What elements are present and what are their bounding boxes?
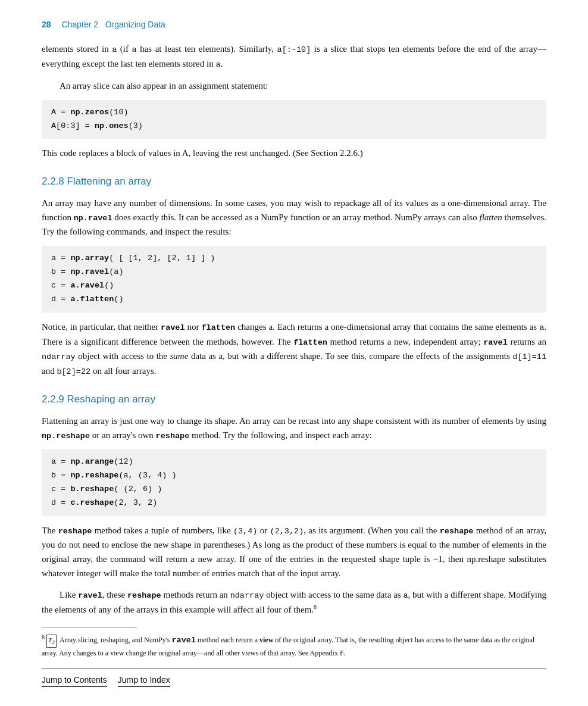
code-line: a = np.arange(12) (51, 455, 537, 469)
after-code1: This code replaces a block of values in … (42, 146, 546, 160)
code-line: b = np.ravel(a) (51, 265, 537, 279)
code-line: A = np.zeros(10) (51, 106, 537, 120)
section228-para1: An array may have any number of dimensio… (42, 196, 546, 239)
footnote-ref-8: 8 (314, 604, 317, 610)
code-line: A[0:3] = np.ones(3) (51, 120, 537, 133)
code-block-228: a = np.array( [ [1, 2], [2, 1] ] ) b = n… (42, 246, 546, 313)
code-line: c = b.reshape( (2, 6) ) (51, 483, 537, 496)
footnote-divider (42, 627, 137, 628)
footer-nav: Jump to Contents Jump to Index (42, 668, 546, 687)
code-line: d = a.flatten() (51, 293, 537, 307)
page-header: 28 Chapter 2 Organizing Data (42, 18, 546, 31)
page-number: 28 (42, 18, 51, 31)
chapter-label: Chapter 2 (62, 20, 98, 29)
intro-para-2: An array slice can also appear in an ass… (42, 79, 546, 93)
section229-para3: Like ravel, these reshape methods return… (42, 588, 546, 617)
code-block-229: a = np.arange(12) b = np.reshape(a, (3, … (42, 449, 546, 516)
section228-para2: Notice, in particular, that neither rave… (42, 320, 546, 378)
jump-to-contents-link[interactable]: Jump to Contents (42, 673, 107, 687)
code-line: b = np.reshape(a, (3, 4) ) (51, 469, 537, 483)
section229-para1: Flattening an array is just one way to c… (42, 414, 546, 443)
section229-para2: The reshape method takes a tuple of numb… (42, 523, 546, 581)
intro-para-1: elements stored in a (if a has at least … (42, 42, 546, 71)
footnote-8: 8 T2 Array slicing, reshaping, and NumPy… (42, 633, 546, 658)
chapter-full-title: Organizing Data (105, 20, 165, 29)
page: 28 Chapter 2 Organizing Data elements st… (0, 0, 588, 705)
footnote-icon: T2 (46, 635, 57, 648)
section-228-heading: 2.2.8 Flattening an array (42, 173, 546, 189)
code-block-1: A = np.zeros(10) A[0:3] = np.ones(3) (42, 100, 546, 139)
section-229-heading: 2.2.9 Reshaping an array (42, 391, 546, 407)
jump-to-index-link[interactable]: Jump to Index (118, 673, 170, 687)
code-line: c = a.ravel() (51, 279, 537, 293)
code-line: d = c.reshape(2, 3, 2) (51, 496, 537, 510)
code-line: a = np.array( [ [1, 2], [2, 1] ] ) (51, 252, 537, 265)
footnote-number: 8 (42, 634, 45, 641)
chapter-title: Chapter 2 Organizing Data (62, 18, 165, 31)
